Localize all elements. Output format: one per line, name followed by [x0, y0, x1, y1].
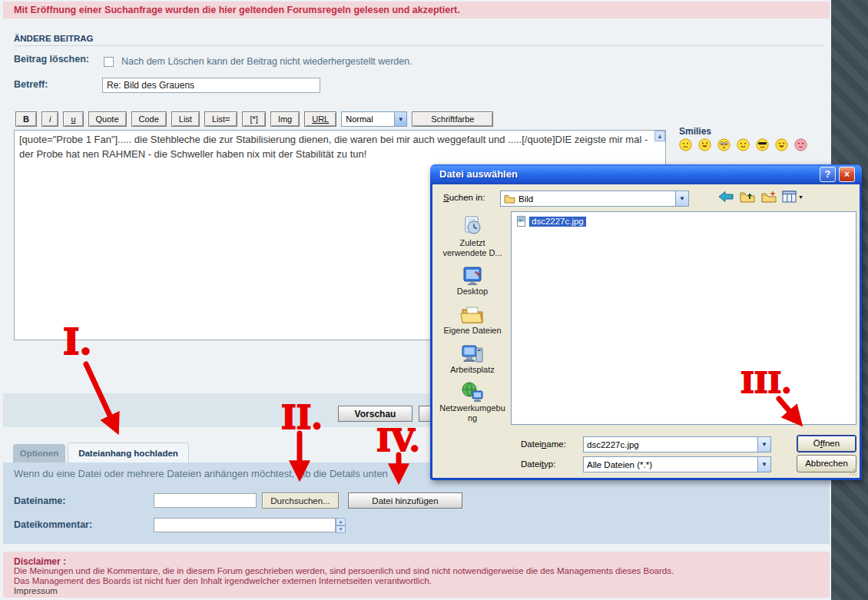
ordered-list-button[interactable]: List=: [204, 111, 238, 127]
file-list[interactable]: dsc2227c.jpg: [511, 211, 856, 425]
dialog-title: Datei auswählen: [439, 168, 518, 180]
file-open-dialog: Datei auswählen ? × Suchen in: Bild ▼ ▼ …: [430, 164, 862, 480]
preview-button[interactable]: Vorschau: [338, 406, 412, 422]
smilies-row: [679, 138, 807, 151]
attachment-intro-text: Wenn du eine Datei oder mehrere Dateien …: [14, 468, 388, 479]
smilies-heading: Smilies: [679, 126, 711, 137]
dialog-filetype-label: Dateityp:: [521, 459, 555, 469]
dialog-filename-label: Dateiname:: [521, 439, 566, 449]
my-documents-icon: [460, 304, 485, 326]
chevron-down-icon[interactable]: ▼: [757, 437, 770, 452]
browse-button[interactable]: Durchsuchen...: [262, 492, 339, 509]
views-menu-button[interactable]: ▼: [782, 191, 803, 203]
delete-post-note: Nach dem Löschen kann der Beitrag nicht …: [121, 56, 412, 67]
font-size-select[interactable]: Normal ▼: [341, 111, 407, 127]
place-my-documents[interactable]: Eigene Dateien: [439, 304, 506, 336]
new-folder-icon[interactable]: [760, 190, 777, 204]
place-recent-documents[interactable]: Zuletzt verwendete D...: [439, 215, 506, 257]
recent-documents-icon: [461, 215, 484, 238]
url-button[interactable]: URL: [304, 111, 336, 127]
place-desktop[interactable]: Desktop: [439, 265, 506, 297]
back-icon[interactable]: [717, 190, 734, 204]
chevron-down-icon[interactable]: ▼: [757, 457, 770, 472]
dialog-filename-combo[interactable]: dsc2227c.jpg ▼: [583, 436, 771, 452]
tab-attachment-upload[interactable]: Dateianhang hochladen: [68, 443, 189, 462]
list-item-button[interactable]: [*]: [242, 111, 265, 127]
subject-input[interactable]: [102, 78, 320, 93]
attachment-comment-label: Dateikommentar:: [14, 519, 92, 530]
add-file-button[interactable]: Datei hinzufügen: [348, 492, 462, 509]
smiley-smile-icon[interactable]: [737, 138, 750, 151]
places-bar: Zuletzt verwendete D... Desktop Eigene D…: [437, 209, 508, 432]
spinner-up-icon[interactable]: ▲: [336, 518, 346, 525]
quote-button[interactable]: Quote: [88, 111, 127, 127]
attachment-filename-input[interactable]: [154, 493, 257, 508]
smiley-laugh-icon[interactable]: [775, 138, 788, 151]
spinner-down-icon[interactable]: ▼: [336, 525, 346, 533]
list-button[interactable]: List: [171, 111, 200, 127]
scrollbar-up-icon[interactable]: ▲: [654, 131, 665, 141]
divider: [14, 45, 823, 46]
open-button[interactable]: Öffnen: [797, 435, 856, 452]
look-in-label: Suchen in:: [443, 193, 485, 202]
comment-spinner[interactable]: ▲▼: [336, 518, 346, 532]
impressum-link[interactable]: Impressum: [14, 586, 58, 595]
disclaimer-line-1: Die Meinungen und die Kommentare, die in…: [14, 566, 674, 575]
smiley-grin-icon[interactable]: [698, 138, 711, 151]
code-button[interactable]: Code: [131, 111, 167, 127]
look-in-select[interactable]: Bild ▼: [500, 191, 689, 207]
close-icon[interactable]: ×: [839, 167, 855, 182]
italic-button[interactable]: i: [41, 111, 58, 127]
delete-post-checkbox[interactable]: [104, 57, 114, 67]
page-title: ÄNDERE BEITRAG: [14, 34, 94, 43]
image-file-icon: [516, 216, 527, 227]
file-name: dsc2227c.jpg: [529, 217, 586, 227]
smiley-blush-icon[interactable]: [794, 138, 807, 151]
chevron-down-icon: ▼: [798, 194, 803, 200]
bbcode-toolbar: B i u Quote Code List List= [*] Img URL …: [15, 111, 493, 127]
file-item-selected[interactable]: dsc2227c.jpg: [516, 216, 856, 227]
bold-button[interactable]: B: [15, 111, 37, 127]
desktop-icon: [461, 265, 484, 287]
img-button[interactable]: Img: [270, 111, 300, 127]
font-color-button[interactable]: Schriftfarbe: [412, 111, 493, 127]
attachment-filename-label: Dateiname:: [14, 496, 65, 506]
dialog-titlebar[interactable]: Datei auswählen: [430, 164, 862, 184]
dialog-nav-toolbar: ▼: [717, 190, 803, 204]
underline-button[interactable]: u: [63, 111, 83, 127]
smiley-eek-icon[interactable]: [717, 138, 731, 151]
tab-options[interactable]: Optionen: [13, 444, 65, 462]
up-folder-icon[interactable]: [739, 190, 756, 204]
submit-button-partial[interactable]: [419, 406, 431, 422]
dialog-filetype-combo[interactable]: Alle Dateien (*.*) ▼: [583, 456, 771, 472]
my-computer-icon: [460, 343, 485, 365]
place-my-computer[interactable]: Arbeitsplatz: [439, 343, 506, 375]
disclaimer-title: Disclaimer :: [14, 556, 66, 567]
help-button[interactable]: ?: [820, 167, 836, 182]
smiley-sad-icon[interactable]: [679, 138, 692, 151]
network-icon: [460, 382, 485, 403]
folder-icon: [504, 194, 515, 204]
resize-grip[interactable]: [847, 466, 857, 476]
chevron-down-icon: ▼: [394, 112, 406, 126]
subject-label: Betreff:: [14, 79, 48, 90]
delete-post-label: Beitrag löschen:: [14, 54, 89, 65]
disclaimer-line-2: Das Management des Boards ist nicht fuer…: [14, 576, 432, 585]
attachment-comment-input[interactable]: [154, 518, 336, 532]
smiley-cool-icon[interactable]: [756, 138, 769, 151]
place-network[interactable]: Netzwerkumgebung: [439, 382, 506, 423]
views-icon: [782, 191, 797, 203]
forum-rules-banner: Mit Eröffnung einer Suchanfrage wurden d…: [3, 2, 830, 18]
chevron-down-icon[interactable]: ▼: [675, 191, 688, 206]
